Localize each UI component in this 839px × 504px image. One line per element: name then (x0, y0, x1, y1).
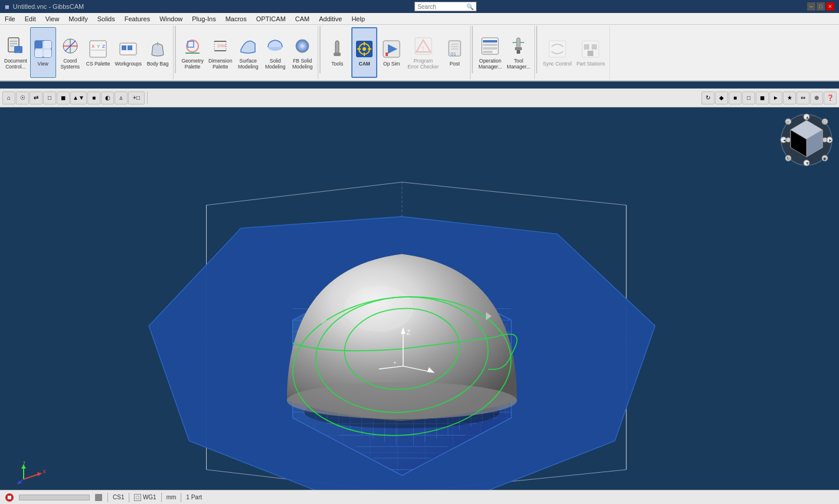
menu-window[interactable]: Window (155, 14, 187, 24)
part-stations-button[interactable]: Part Stations (574, 27, 607, 78)
view-ctrl-btn-1[interactable]: ⌂ (2, 91, 15, 104)
view-right-btn-4[interactable]: □ (742, 91, 755, 104)
coord-systems-button[interactable]: Coord Systems (57, 27, 83, 78)
program-error-button[interactable]: ! Program Error Checker (406, 27, 440, 78)
svg-rect-34 (335, 41, 339, 54)
svg-point-38 (363, 47, 366, 51)
3d-scene[interactable]: Z + (0, 107, 839, 490)
tool-manager-button[interactable]: Tool Manager... (505, 27, 532, 78)
view-toolbar-left: ⌂ ☉ ⇄ □ ◼ ▲▼ ■ ◐ ⍋ +□ (2, 91, 148, 104)
view-ctrl-btn-10[interactable]: +□ (128, 91, 145, 104)
geometry-palette-button[interactable]: Geometry Palette (179, 27, 205, 78)
view-ctrl-btn-7[interactable]: ■ (87, 91, 100, 104)
view-right-btn-2[interactable]: ◆ (715, 91, 728, 104)
wg-indicator: □ WG1 (134, 494, 156, 501)
menu-edit[interactable]: Edit (20, 14, 41, 24)
body-bag-icon (147, 38, 168, 60)
view-ctrl-btn-8[interactable]: ◐ (101, 91, 114, 104)
svg-rect-59 (515, 47, 522, 50)
cam-label: CAM (359, 61, 370, 67)
fb-solid-modeling-button[interactable]: FB Solid Modeling (289, 27, 315, 78)
surface-modeling-button[interactable]: Surface Modeling (235, 27, 261, 78)
close-button[interactable]: ✕ (826, 2, 834, 11)
menu-solids[interactable]: Solids (93, 14, 120, 24)
title-bar: ■ Untitled.vnc - GibbsCAM 🔍 – □ ✕ (0, 0, 839, 13)
view-right-btn-6[interactable]: ► (769, 91, 782, 104)
view-button[interactable]: View (30, 27, 56, 78)
toolbar-group-5: Sync Control Part Stations (538, 26, 609, 79)
view-right-btn-7[interactable]: ★ (783, 91, 796, 104)
menu-cam[interactable]: CAM (290, 14, 314, 24)
coord-icon (60, 35, 81, 57)
navigation-cube[interactable]: ▲ ▼ ◄ ► ⌂ □ ↻ ◆ (780, 113, 833, 166)
view-right-btn-1[interactable]: ↻ (701, 91, 714, 104)
stop-icon-2 (94, 493, 103, 502)
menu-view[interactable]: View (41, 14, 64, 24)
svg-rect-67 (587, 51, 593, 56)
search-input[interactable] (417, 4, 465, 10)
stop-button-area[interactable] (5, 493, 14, 502)
viewport[interactable]: ⌂ ☉ ⇄ □ ◼ ▲▼ ■ ◐ ⍋ +□ ↻ ◆ ■ □ ◼ ► ★ ⇔ ⊕ … (0, 89, 839, 490)
menu-modify[interactable]: Modify (64, 14, 92, 24)
view-right-btn-5[interactable]: ◼ (756, 91, 769, 104)
restore-button[interactable]: □ (817, 2, 825, 11)
view-ctrl-btn-5[interactable]: ◼ (57, 91, 70, 104)
menu-file[interactable]: File (0, 14, 20, 24)
menu-features[interactable]: Features (120, 14, 155, 24)
menu-help[interactable]: Help (347, 14, 370, 24)
svg-rect-45 (386, 53, 388, 56)
menu-bar: File Edit View Modify Solids Features Wi… (0, 13, 839, 25)
svg-point-162 (822, 138, 827, 142)
menu-opticam[interactable]: OPTICAM (252, 14, 290, 24)
operation-manager-button[interactable]: Operation Manager... (476, 27, 504, 78)
cs-palette-button[interactable]: XYZ CS Palette (84, 27, 112, 78)
menu-additive[interactable]: Additive (314, 14, 347, 24)
workgroups-button[interactable]: Workgroups (113, 27, 143, 78)
menu-macros[interactable]: Macros (221, 14, 252, 24)
solid-modeling-button[interactable]: Solid Modeling (262, 27, 288, 78)
progress-bar (19, 495, 90, 500)
view-ctrl-btn-4[interactable]: □ (43, 91, 56, 104)
status-bar: CS1 □ WG1 mm 1 Part (0, 490, 839, 504)
wg-label: WG1 (143, 494, 156, 500)
fb-solid-label: FB Solid Modeling (292, 58, 313, 70)
dimension-icon: DIM (210, 35, 231, 57)
view-right-btn-10[interactable]: ❓ (824, 91, 837, 104)
svg-rect-10 (44, 50, 51, 57)
svg-text:⌂: ⌂ (786, 120, 789, 124)
view-ctrl-btn-6[interactable]: ▲▼ (70, 91, 87, 104)
svg-rect-21 (122, 45, 126, 50)
post-button[interactable]: G1 Post (442, 27, 468, 78)
geometry-label: Geometry Palette (181, 58, 203, 70)
view-ctrl-btn-9[interactable]: ⍋ (115, 91, 128, 104)
svg-marker-133 (37, 472, 41, 476)
sync-control-icon (547, 38, 568, 60)
svg-text:Y: Y (97, 44, 100, 49)
stop-btn2[interactable] (94, 493, 103, 502)
minimize-button[interactable]: – (807, 2, 815, 11)
cam-button[interactable]: CAM (351, 27, 377, 78)
view-right-btn-8[interactable]: ⇔ (796, 91, 809, 104)
view-ctrl-btn-3[interactable]: ⇄ (30, 91, 43, 104)
surface-label: Surface Modeling (238, 58, 259, 70)
view-ctrl-btn-2[interactable]: ☉ (16, 91, 29, 104)
view-right-btn-3[interactable]: ■ (729, 91, 742, 104)
op-sim-button[interactable]: Op Sim (378, 27, 404, 78)
separator-4 (536, 26, 537, 73)
svg-text:▼: ▼ (805, 161, 809, 165)
part-stations-label: Part Stations (576, 61, 605, 67)
svg-text:+: + (393, 360, 396, 366)
menu-plugins[interactable]: Plug-Ins (187, 14, 220, 24)
document-control-button[interactable]: ... Document Control... (2, 27, 29, 78)
body-bag-button[interactable]: Body Bag (145, 27, 171, 78)
sync-control-button[interactable]: Sync Control (541, 27, 573, 78)
view-right-btn-9[interactable]: ⊕ (810, 91, 823, 104)
geometry-icon (182, 35, 203, 57)
dimension-palette-button[interactable]: DIM Dimension Palette (207, 27, 234, 78)
search-bar[interactable]: 🔍 (414, 2, 476, 11)
program-error-label: Program Error Checker (407, 58, 439, 70)
tools-button[interactable]: Tools (324, 27, 350, 78)
svg-point-24 (187, 40, 198, 52)
part-count-indicator: 1 Part (186, 494, 202, 500)
status-sep-3 (161, 493, 162, 502)
